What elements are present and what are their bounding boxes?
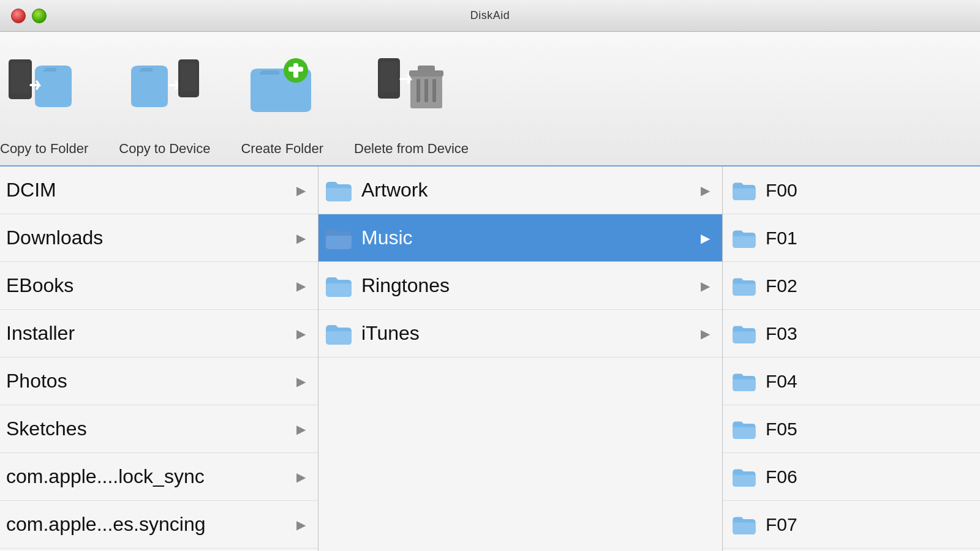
item-label: Sketches — [6, 418, 87, 440]
svg-rect-8 — [380, 62, 398, 92]
copy-to-device-button[interactable]: Copy to Device — [107, 32, 228, 166]
chevron-right-icon: ▶ — [701, 279, 710, 293]
right-item-f01[interactable]: F01 — [723, 214, 980, 262]
copy-to-folder-label: Copy to Folder — [0, 141, 88, 157]
item-label: F00 — [766, 180, 797, 201]
left-item-dcim[interactable]: DCIM ▶ — [0, 167, 318, 214]
folder-icon — [731, 276, 756, 296]
create-folder-icon — [246, 38, 319, 136]
folder-icon — [731, 515, 756, 534]
folder-icon — [325, 227, 352, 249]
toolbar: Copy to Folder Copy to Device — [0, 32, 980, 167]
traffic-lights — [0, 9, 47, 23]
right-item-f06[interactable]: F06 — [723, 453, 980, 501]
delete-from-device-button[interactable]: Delete from Device — [342, 32, 487, 166]
right-item-f04[interactable]: F04 — [723, 358, 980, 405]
chevron-right-icon: ▶ — [701, 231, 710, 246]
middle-item-ringtones[interactable]: Ringtones ▶ — [318, 262, 722, 310]
item-label: Artwork — [361, 179, 428, 201]
title-bar: DiskAid — [0, 0, 980, 32]
item-label: com.apple...es.syncing — [6, 513, 206, 536]
left-item-installer[interactable]: Installer ▶ — [0, 310, 318, 358]
right-panel: F00 F01 F02 — [723, 167, 980, 551]
delete-from-device-icon — [375, 38, 448, 136]
left-item-es-syncing[interactable]: com.apple...es.syncing ▶ — [0, 501, 318, 549]
folder-icon — [325, 275, 352, 297]
item-label: Ringtones — [361, 274, 450, 297]
folder-icon — [731, 181, 756, 200]
item-label: F07 — [766, 514, 797, 535]
item-label: Installer — [6, 322, 75, 345]
chevron-right-icon: ▶ — [296, 183, 306, 198]
close-button[interactable] — [11, 9, 26, 23]
copy-to-device-icon — [128, 38, 202, 136]
item-label: DCIM — [6, 179, 56, 201]
folder-icon — [731, 419, 756, 439]
chevron-right-icon: ▶ — [296, 326, 306, 341]
item-label: F03 — [766, 323, 797, 344]
svg-rect-11 — [418, 66, 435, 72]
minimize-button[interactable] — [32, 9, 47, 23]
right-item-f05[interactable]: F05 — [723, 405, 980, 453]
chevron-right-icon: ▶ — [296, 374, 306, 389]
left-item-downloads[interactable]: Downloads ▶ — [0, 214, 318, 262]
item-label: Music — [361, 227, 413, 249]
middle-item-artwork[interactable]: Artwork ▶ — [318, 167, 722, 214]
svg-rect-1 — [11, 63, 29, 94]
folder-icon — [731, 324, 756, 343]
create-folder-label: Create Folder — [241, 141, 323, 157]
copy-to-device-label: Copy to Device — [119, 141, 210, 157]
chevron-right-icon: ▶ — [296, 422, 306, 437]
item-label: iTunes — [361, 322, 420, 345]
window-title: DiskAid — [470, 9, 510, 22]
svg-rect-14 — [432, 79, 436, 102]
right-item-f07[interactable]: F07 — [723, 501, 980, 549]
left-item-ebooks[interactable]: EBooks ▶ — [0, 262, 318, 310]
middle-item-itunes[interactable]: iTunes ▶ — [318, 310, 722, 358]
chevron-right-icon: ▶ — [296, 231, 306, 246]
item-label: F02 — [766, 276, 797, 296]
chevron-right-icon: ▶ — [296, 470, 306, 484]
svg-rect-6 — [288, 67, 303, 72]
item-label: F01 — [766, 228, 797, 249]
item-label: EBooks — [6, 274, 74, 297]
left-item-photos[interactable]: Photos ▶ — [0, 358, 318, 405]
chevron-right-icon: ▶ — [296, 279, 306, 293]
left-item-sketches[interactable]: Sketches ▶ — [0, 405, 318, 453]
item-label: com.apple....lock_sync — [6, 465, 205, 488]
content-area: DCIM ▶ Downloads ▶ EBooks ▶ Installer ▶ … — [0, 167, 980, 551]
item-label: Downloads — [6, 227, 103, 249]
left-panel: DCIM ▶ Downloads ▶ EBooks ▶ Installer ▶ … — [0, 167, 318, 551]
item-label: F05 — [766, 419, 797, 440]
folder-icon — [731, 228, 756, 248]
svg-rect-3 — [181, 63, 197, 91]
svg-rect-12 — [417, 79, 420, 102]
item-label: F06 — [766, 467, 797, 487]
item-label: Photos — [6, 370, 67, 392]
folder-icon — [731, 467, 756, 487]
chevron-right-icon: ▶ — [701, 183, 710, 198]
folder-icon — [325, 323, 352, 345]
copy-to-folder-icon — [7, 38, 81, 136]
delete-from-device-label: Delete from Device — [354, 141, 469, 157]
chevron-right-icon: ▶ — [296, 517, 306, 532]
middle-item-music[interactable]: Music ▶ — [318, 214, 722, 262]
svg-rect-13 — [424, 79, 428, 102]
copy-to-folder-button[interactable]: Copy to Folder — [0, 32, 107, 166]
right-item-f02[interactable]: F02 — [723, 262, 980, 310]
middle-panel: Artwork ▶ Music ▶ Ringtones ▶ — [318, 167, 723, 551]
left-item-lock-sync[interactable]: com.apple....lock_sync ▶ — [0, 453, 318, 501]
item-label: F04 — [766, 371, 797, 392]
folder-icon — [325, 179, 352, 201]
folder-icon — [731, 372, 756, 391]
chevron-right-icon: ▶ — [701, 326, 710, 341]
right-item-f00[interactable]: F00 — [723, 167, 980, 214]
create-folder-button[interactable]: Create Folder — [228, 32, 342, 166]
right-item-f03[interactable]: F03 — [723, 310, 980, 358]
